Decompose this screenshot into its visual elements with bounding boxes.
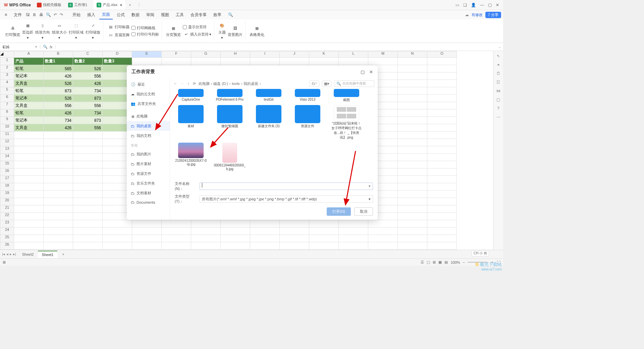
cell[interactable] [398,139,427,146]
cell[interactable] [221,242,250,250]
cell[interactable] [44,235,73,242]
tab-menu-button[interactable]: ⋮ [135,0,144,10]
cell[interactable] [398,87,427,95]
cell[interactable] [427,235,457,242]
sidebar-resources[interactable]: 🗀资源文件 [127,169,170,179]
bg-image-button[interactable]: 🖼背景图片 [228,25,243,37]
cell[interactable] [280,228,309,235]
cell[interactable]: 556 [44,102,73,109]
cell[interactable] [73,242,103,250]
cell[interactable] [427,161,457,168]
sidebar-documents[interactable]: 🗀Documents [127,198,170,207]
cell[interactable] [250,242,280,250]
cell[interactable] [14,198,44,205]
cell[interactable] [44,132,73,139]
row-header[interactable]: 13 [0,146,14,154]
dialog-search[interactable]: 🔍 在此电脑中搜索 [334,80,374,87]
cell[interactable] [14,235,44,242]
window-close[interactable]: ✕ [496,3,499,7]
cell[interactable] [280,220,309,228]
link-icon[interactable]: ⚭ [497,62,500,67]
sidebar-mypics[interactable]: 🗀我的图片 [127,149,170,159]
column-header[interactable]: G [191,51,221,58]
cell[interactable] [280,242,309,250]
cell[interactable] [14,168,44,176]
notebook-icon[interactable]: ▭ [455,3,459,7]
cell[interactable]: 笔记本 [14,117,44,124]
print-preview-button[interactable]: 🖶打印预览 [5,25,20,37]
row-header[interactable]: 26 [0,242,14,250]
cell[interactable] [14,228,44,235]
cell[interactable]: 734 [73,109,103,117]
cell[interactable] [368,242,398,250]
cell[interactable] [14,242,44,250]
cell[interactable] [427,220,457,228]
column-header[interactable]: H [221,51,250,58]
cell[interactable] [44,242,73,250]
sheet-first-icon[interactable]: |◂ [2,252,5,256]
cell[interactable] [44,139,73,146]
cell[interactable] [44,220,73,228]
cell[interactable]: 426 [44,72,73,80]
cell[interactable] [339,242,368,250]
file-item[interactable]: 截图 [330,89,363,102]
window-maximize[interactable]: ▢ [488,3,492,7]
cell[interactable] [427,154,457,161]
filetype-select[interactable]: 所有图片(*.emf *.wmf *.jpg *.jpeg *.jpe *.pn… [200,195,373,203]
save-icon[interactable]: 🖫 [26,12,30,17]
cell[interactable] [339,58,368,65]
print-title-button[interactable]: ▤打印标题 [107,24,129,31]
column-header[interactable]: E [132,51,162,58]
cell[interactable] [162,235,191,242]
cell[interactable] [427,117,457,124]
cell[interactable] [73,183,103,191]
cell[interactable] [427,183,457,191]
cell[interactable] [427,124,457,132]
sidebar-pic-material[interactable]: 🗀图片素材 [127,159,170,169]
cell[interactable] [44,146,73,154]
margin-button[interactable]: ▦页边距▾ [22,22,33,40]
cell[interactable] [398,146,427,154]
zoom-out-icon[interactable]: − [463,260,465,264]
sidebar-shared[interactable]: 👥共享文件夹 [127,99,170,109]
sheet-add-button[interactable]: ＋ [57,250,69,258]
show-break-checkbox[interactable]: 显示分页符 [183,24,211,30]
row-header[interactable]: 15 [0,161,14,168]
cell[interactable] [162,242,191,250]
cell[interactable]: 426 [44,109,73,117]
select-all-corner[interactable]: ◢ [0,51,14,58]
cell[interactable] [250,58,280,65]
cell[interactable]: 426 [44,124,73,132]
cell[interactable] [73,205,103,213]
cell[interactable] [221,235,250,242]
cell[interactable] [309,228,339,235]
view-mode-icon[interactable]: ▦▾ [322,81,331,87]
cell[interactable]: 笔记本 [14,95,44,102]
cell[interactable] [162,228,191,235]
search-icon[interactable]: 🔍 [225,11,236,18]
cell[interactable] [14,205,44,213]
cell[interactable] [398,191,427,198]
row-header[interactable]: 8 [0,109,14,117]
column-header[interactable]: M [368,51,398,58]
cell[interactable] [427,139,457,146]
cell[interactable] [427,176,457,183]
row-header[interactable]: 11 [0,132,14,139]
cell[interactable] [14,161,44,168]
panel-icon[interactable]: ▢ [496,97,500,102]
cell[interactable] [398,154,427,161]
cell[interactable] [44,191,73,198]
print-area-button[interactable]: ⬚打印区域▾ [69,22,84,40]
cell-ref-input[interactable] [3,45,23,49]
cell[interactable] [103,228,132,235]
sidebar-recent[interactable]: 🕓最近 [127,80,170,89]
cell[interactable] [398,124,427,132]
more-icon[interactable]: ⋯ [496,115,500,119]
open-button[interactable]: 打开(O) [327,207,351,216]
column-header[interactable]: O [427,51,457,58]
cell[interactable] [14,191,44,198]
cell[interactable] [398,117,427,124]
cell[interactable] [427,102,457,109]
cancel-button[interactable]: 取消 [354,207,373,216]
cell[interactable]: 734 [73,87,103,95]
